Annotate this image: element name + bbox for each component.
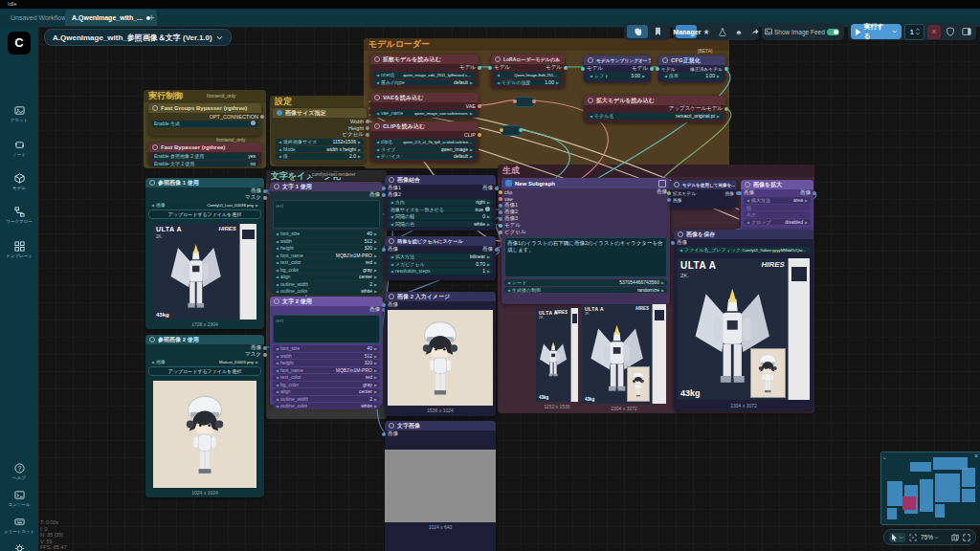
collapse-icon[interactable] xyxy=(374,95,380,100)
node-scale-to-megapixels[interactable]: 画像を総ピクセルにスケール 画像画像 拡大方法bilinear メガピクセル0.… xyxy=(385,236,496,280)
sidebar-item-templates[interactable]: テンプレート xyxy=(0,241,38,258)
new-tab-button[interactable]: + xyxy=(145,11,158,24)
collapse-icon[interactable] xyxy=(374,56,380,62)
widget-enable-ref2[interactable]: Enable 参照画像 2 使用yes xyxy=(151,153,258,160)
port-image-out[interactable]: 画像 xyxy=(251,187,261,194)
collapse-icon[interactable] xyxy=(152,144,158,150)
star-button[interactable]: ★ xyxy=(700,25,713,38)
reference-image-1-preview[interactable]: ULTA A HIRES 2K. 43kg xyxy=(153,224,256,320)
widget-shift[interactable]: シフト3.00 xyxy=(587,73,648,79)
generated-image-1-preview[interactable]: ULTA A HIRES 2K. 43kg xyxy=(536,308,578,402)
widget-weight-dtype[interactable]: 重みのtypedefault xyxy=(373,79,476,86)
collapse-icon[interactable] xyxy=(274,298,279,304)
node-text-2-bypassed[interactable]: 文字 2 使用 画像 text font_size40 width512 hei… xyxy=(270,297,383,406)
node-reference-image-1[interactable]: 参照画像 1 使用 画像 マスク 画像ComfyUI_Last_00038.pn… xyxy=(145,178,264,329)
widget-clip-type[interactable]: タイプqwen_image xyxy=(373,146,476,153)
port-patched-model-out[interactable]: 修正済みモデル xyxy=(690,66,723,72)
collapse-icon[interactable] xyxy=(149,180,155,186)
port-upscale-model-in[interactable]: 拡大モデル xyxy=(673,190,696,196)
port-image-out[interactable]: 画像 xyxy=(657,188,667,195)
port-clip-in[interactable]: clip xyxy=(504,189,512,195)
node-text-image-preview[interactable]: 文字画像 画像 1024 x 640 xyxy=(385,421,496,551)
port-image-out[interactable]: 画像 xyxy=(251,344,261,351)
port-image-out[interactable]: 画像 xyxy=(482,185,493,191)
widget-scale-factor[interactable]: 倍2.0 xyxy=(276,153,364,160)
minimap-close-icon[interactable]: × xyxy=(974,452,978,459)
port-model-out[interactable]: モデル xyxy=(632,65,648,72)
sidebar-item-help[interactable]: ? ヘルプ xyxy=(0,463,38,480)
sidebar-item-settings[interactable]: 設定 xyxy=(0,543,38,551)
widget-height[interactable]: height320 xyxy=(273,245,380,252)
widget-multiplier[interactable]: 倍率1.00 xyxy=(661,73,723,79)
collapse-icon[interactable] xyxy=(662,57,668,63)
widget-bg-color[interactable]: bg_colorgray xyxy=(273,382,380,388)
collapse-icon[interactable] xyxy=(389,294,394,299)
sidebar-item-models[interactable]: モデル xyxy=(0,173,38,190)
port-height-out[interactable]: Height xyxy=(348,125,364,131)
port-image-in[interactable]: 画像 xyxy=(677,239,687,246)
text-image-preview[interactable] xyxy=(385,450,496,522)
widget-width[interactable]: width512 xyxy=(273,238,380,245)
share-button[interactable] xyxy=(748,25,762,38)
widget-font-name[interactable]: font_nameMQBJ'in1M-PRO xyxy=(273,253,380,259)
port-width-out[interactable]: Width xyxy=(350,119,364,124)
collapse-icon[interactable] xyxy=(674,182,679,187)
widget-outline-color[interactable]: outline_colorwhite xyxy=(273,403,380,409)
collapse-icon[interactable] xyxy=(374,123,380,129)
prompt-input[interactable]: 画像1のイラストの右下隅に画像2のイラストのキャラクターを合成します。 xyxy=(504,237,667,277)
port-pixels-in[interactable]: ピクセル xyxy=(504,229,526,235)
widget-outline-width[interactable]: outline_width2 xyxy=(273,396,380,403)
widget-control-after-generate[interactable]: 生成後の制御randomize xyxy=(504,287,667,294)
reference-image-2-preview[interactable] xyxy=(153,381,256,488)
port-model-out[interactable]: モデル xyxy=(459,64,476,71)
manager-button[interactable]: Manager xyxy=(676,25,697,38)
port-image-in[interactable]: 画像 xyxy=(388,301,398,308)
widget-resolution-steps[interactable]: resolution_steps1 xyxy=(388,268,493,275)
widget-font-name[interactable]: font_nameMQBJ'in1M-PRO xyxy=(273,367,380,374)
text-input[interactable]: text xyxy=(273,200,380,229)
port-image1-in[interactable]: 画像1 xyxy=(388,185,401,191)
port-model-in[interactable]: モデル xyxy=(661,66,676,72)
widget-gap-color[interactable]: 間隔の色white xyxy=(388,221,493,228)
node-save-image[interactable]: 画像を保存 画像 ファイル名_プレフィックスComfyUI_%date:yyyy… xyxy=(674,230,813,411)
cursor-mode-button[interactable] xyxy=(889,533,905,542)
node-new-subgraph[interactable]: New Subgraph clip画像 vae 画像1 画像2 画像3 モデル … xyxy=(501,178,670,304)
minimap-link-icon[interactable]: ⌞ xyxy=(883,452,886,459)
port-image-out[interactable]: 画像 xyxy=(724,190,734,196)
node-load-upscale-model[interactable]: 拡大モデルを読み込む アップスケールモデル モデル名remacri_origin… xyxy=(584,96,725,122)
reroute-clip[interactable] xyxy=(501,125,522,136)
graph-canvas[interactable]: 実行制御 設定 モデルローダー 文字をイメージ化 生成 xyxy=(38,27,980,551)
port-vae-in[interactable]: vae xyxy=(504,196,513,202)
node-image-stitch[interactable]: 画像結合 画像1画像 画像2 方向right 画像サイズを一致させるtrue 間… xyxy=(385,175,496,231)
collapse-icon[interactable] xyxy=(588,57,593,63)
port-image-in[interactable]: 画像 xyxy=(388,246,398,253)
reroute-vae[interactable] xyxy=(514,97,535,107)
minimap[interactable]: ⌞ × xyxy=(880,452,980,525)
port-image2-in[interactable]: 画像2 xyxy=(504,209,518,215)
image-feed-toggle[interactable] xyxy=(827,29,839,35)
widget-crop[interactable]: クロップdisabled xyxy=(744,219,811,226)
port-mask-out[interactable]: マスク xyxy=(245,194,261,201)
widget-upscale-method[interactable]: 拡大方法area xyxy=(744,197,811,204)
widget-text-color[interactable]: text_colorred xyxy=(273,374,380,381)
sidebar-item-shortcuts[interactable]: ショートカット xyxy=(0,517,38,534)
fit-view-button[interactable] xyxy=(909,534,917,541)
collapse-icon[interactable] xyxy=(277,110,282,116)
node-model-sampling-auraflow[interactable]: モデルサンプリングオーラ... モデルモデル シフト3.00 xyxy=(584,55,651,82)
port-clip-out[interactable]: CLIP xyxy=(464,132,476,138)
widget-text-color[interactable]: text_colorred xyxy=(273,259,380,266)
widget-match-size[interactable]: 画像サイズを一致させるtrue xyxy=(388,207,493,213)
sidebar-item-workflows[interactable]: ワークフロー xyxy=(0,207,38,224)
show-image-feed-button[interactable]: Show Image Feed xyxy=(765,25,839,38)
node-lora-loader-model-only[interactable]: LoRAローダーモデルのみ モデルモデル Qwen-Image-Edit-251… xyxy=(491,55,565,88)
node-fast-bypasser[interactable]: Fast Bypasser (rgthree) Enable 参照画像 2 使用… xyxy=(148,143,261,165)
node-load-clip[interactable]: CLIPを読み込む CLIP clip名qwen_2.5_vl_7b_fp8_s… xyxy=(370,121,479,162)
widget-direction[interactable]: 方向right xyxy=(388,199,493,206)
widget-upscale-model-name[interactable]: モデル名remacri_original.pt xyxy=(587,113,723,120)
saved-image-preview[interactable]: ULTA A HIRES 2K. 43kg xyxy=(678,258,810,400)
node-load-vae[interactable]: VAEを読み込む VAE vae_nameqwen_image_vae.safe… xyxy=(370,93,479,118)
widget-lora-name[interactable]: Qwen-Image-Edit-2511-Lightning-4s... xyxy=(494,72,562,78)
collapse-icon[interactable] xyxy=(745,182,750,187)
widget-outline-width[interactable]: outline_width2 xyxy=(273,281,380,288)
collapse-icon[interactable] xyxy=(588,98,593,103)
